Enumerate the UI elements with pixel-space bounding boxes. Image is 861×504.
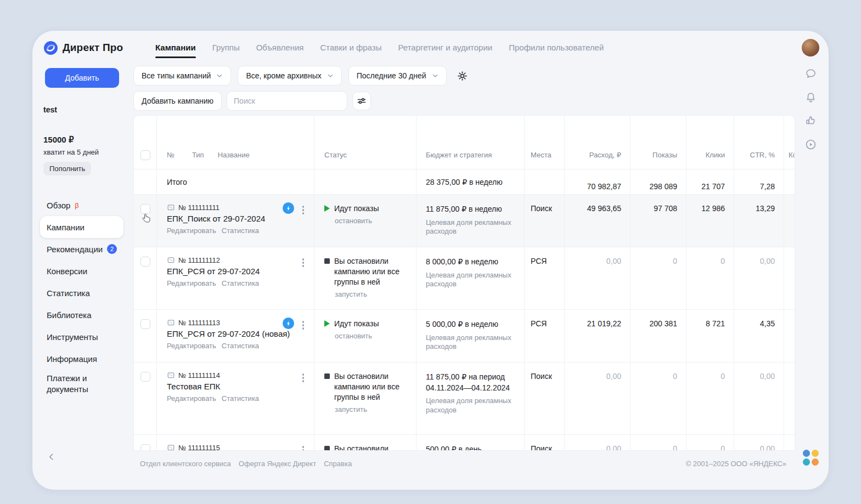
footer-link-support[interactable]: Отдел клиентского сервиса [140,460,231,468]
totals-shows: 298 089 [631,169,686,194]
edit-link[interactable]: Редактировать [167,342,216,350]
tab-campaigns[interactable]: Кампании [155,43,196,52]
add-button[interactable]: Добавить [45,68,119,88]
footer-link-offer[interactable]: Оферта Яндекс Директ [239,460,316,468]
sidebar-item-information[interactable]: Информация [40,348,126,370]
col-header-num: № [167,151,175,159]
sidebar-item-statistics[interactable]: Статистика [40,282,126,304]
row-checkbox[interactable] [140,319,150,329]
video-help-button[interactable] [804,138,817,151]
sidebar-item-overview[interactable]: Обзор β [40,194,126,216]
sidebar-item-payments[interactable]: Платежи и документы [40,370,126,400]
col-header-status: Статус [314,141,417,169]
topup-button[interactable]: Пополнить [43,162,91,175]
sidebar-item-library[interactable]: Библиотека [40,304,126,326]
user-avatar[interactable] [802,39,819,56]
main-area: Кампании Группы Объявления Ставки и фраз… [133,31,829,490]
chevron-down-icon [432,72,438,79]
stop-campaign-link[interactable]: остановить [335,217,408,225]
running-icon [324,320,330,327]
sidebar-item-label: Библиотека [47,310,92,320]
advanced-filter-button[interactable] [352,92,371,110]
sidebar-item-conversions[interactable]: Конверсии [40,260,126,282]
tab-bids-phrases[interactable]: Ставки и фразы [320,43,381,52]
campaign-name[interactable]: ЕПК_Поиск от 29-07-2024 [167,214,314,223]
recommendations-count-badge: 2 [107,244,117,254]
campaign-type-icon [167,319,175,327]
campaign-type-icon [167,444,175,451]
chevron-down-icon [327,72,334,79]
row-checkbox[interactable] [140,372,150,382]
edit-link[interactable]: Редактировать [167,279,216,287]
budget-strategy: Целевая доля рекламных расходов [426,397,515,415]
row-menu-button[interactable] [301,257,306,268]
settings-gear-button[interactable] [453,66,472,85]
campaign-type-filter-label: Все типы кампаний [142,71,211,80]
col-header-clicks: Клики [686,141,734,169]
add-campaign-label: Добавить кампанию [142,97,213,105]
shows-value: 0 [631,363,686,434]
tab-retargeting[interactable]: Ретаргетинг и аудитории [398,43,492,52]
table-row: № 111111115 Вы остановили 500,00 ₽ в ден… [134,435,795,451]
footer-link-help[interactable]: Справка [324,460,352,468]
stats-link[interactable]: Статистика [222,394,259,403]
notifications-button[interactable] [804,91,817,104]
campaign-type-filter[interactable]: Все типы кампаний [133,66,231,86]
tab-user-profiles[interactable]: Профили пользователей [509,43,604,52]
select-all-checkbox[interactable] [140,150,150,160]
table-row: № 111111112 ЕПК_РСЯ от 29-07-2024 Редакт… [134,247,795,310]
sidebar-collapse-button[interactable] [47,452,56,463]
row-menu-button[interactable] [301,320,306,331]
start-campaign-link[interactable]: запустить [335,405,408,414]
stop-campaign-link[interactable]: остановить [335,332,408,340]
sidebar-item-label: Рекомендации [47,245,103,254]
budget-amount: 11 875,00 ₽ на период 04.11.2024—04.12.2… [426,372,515,393]
edit-link[interactable]: Редактировать [167,394,216,403]
table-row: № 111111113 ЕПК_РСЯ от 29-07-2024 (новая… [134,310,795,363]
campaign-name[interactable]: ЕПК_РСЯ от 29-07-2024 [167,267,314,276]
row-menu-button[interactable] [301,445,306,451]
feedback-button[interactable] [804,115,817,127]
edit-link[interactable]: Редактировать [167,226,216,235]
floating-widget-icons[interactable] [803,450,819,466]
brand-logo[interactable]: Директ Про [43,39,126,56]
col-header-ctr: CTR, % [734,141,784,169]
sidebar-item-tools[interactable]: Инструменты [40,326,126,348]
search-input[interactable] [227,91,347,111]
status-text: Идут показы [334,203,379,214]
balance-note: хватит на 5 дней [43,148,126,156]
shows-value: 200 381 [631,310,686,362]
sidebar-item-campaigns[interactable]: Кампании [40,216,123,238]
add-campaign-button[interactable]: Добавить кампанию [133,91,222,111]
campaign-name[interactable]: ЕПК_РСЯ от 29-07-2024 (новая) [167,329,314,338]
play-circle-icon [804,138,817,151]
row-checkbox[interactable] [140,257,150,267]
period-filter[interactable]: Последние 30 дней [348,66,447,86]
tab-groups[interactable]: Группы [212,43,240,52]
places-value: Поиск [525,363,565,434]
row-checkbox[interactable] [140,204,150,214]
budget-strategy: Целевая доля рекламных расходов [426,271,515,290]
clicks-value: 0 [686,435,734,451]
archive-filter[interactable]: Все, кроме архивных [238,66,341,86]
totals-clicks: 21 707 [686,169,734,194]
stats-link[interactable]: Статистика [222,279,259,287]
row-menu-button[interactable] [301,372,306,383]
chat-button[interactable] [804,67,817,80]
campaign-name[interactable]: Тестовая ЕПК [167,382,314,391]
gear-icon [457,70,468,82]
spend-value: 21 019,22 [565,310,631,362]
tab-ads[interactable]: Объявления [256,43,304,52]
row-checkbox[interactable] [140,444,150,451]
spend-value: 0,00 [565,435,631,451]
chevron-down-icon [216,72,223,79]
stats-link[interactable]: Статистика [222,342,259,350]
start-campaign-link[interactable]: запустить [335,290,408,298]
footer-links: Отдел клиентского сервиса Оферта Яндекс … [140,460,352,468]
col-header-cut: Ко [784,141,795,169]
stats-link[interactable]: Статистика [222,226,259,235]
sidebar-item-recommendations[interactable]: Рекомендации 2 [40,238,126,260]
sidebar-item-label: Кампании [47,223,85,232]
row-menu-button[interactable] [301,205,306,216]
budget-strategy: Целевая доля рекламных расходов [426,218,515,237]
